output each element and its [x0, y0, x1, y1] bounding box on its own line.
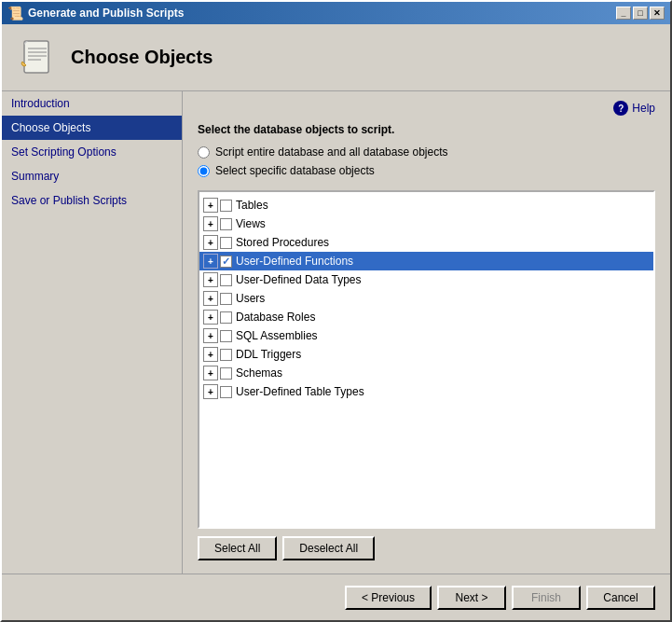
next-button[interactable]: Next >: [437, 586, 506, 610]
tree-expand-icon[interactable]: +: [203, 235, 218, 250]
tree-item[interactable]: +Schemas: [199, 364, 653, 382]
tree-checkbox[interactable]: [220, 330, 232, 342]
minimize-button[interactable]: _: [616, 7, 631, 20]
page-title: Choose Objects: [71, 47, 213, 68]
tree-item[interactable]: +✓User-Defined Functions: [199, 252, 653, 270]
main-layout: Introduction Choose Objects Set Scriptin…: [2, 91, 670, 620]
radio-entire-label: Script entire database and all database …: [215, 145, 448, 159]
tree-item-label: SQL Assemblies: [234, 329, 318, 342]
radio-entire[interactable]: [198, 146, 210, 159]
tree-expand-icon[interactable]: +: [203, 216, 218, 231]
sidebar-item-set-scripting-options[interactable]: Set Scripting Options: [2, 140, 182, 164]
tree-expand-icon[interactable]: +: [203, 310, 218, 325]
tree-checkbox[interactable]: [220, 200, 232, 212]
help-link[interactable]: ? Help: [198, 101, 655, 116]
tree-checkbox[interactable]: [220, 367, 232, 380]
tree-item[interactable]: +User-Defined Table Types: [199, 382, 653, 401]
tree-item-label: Schemas: [234, 366, 282, 380]
tree-item-label: Tables: [234, 199, 268, 212]
finish-button[interactable]: Finish: [512, 586, 581, 610]
help-icon: ?: [613, 101, 628, 116]
tree-item[interactable]: +Users: [199, 289, 653, 308]
header-area: Choose Objects: [2, 24, 670, 91]
tree-item[interactable]: +Stored Procedures: [199, 233, 653, 252]
tree-expand-icon[interactable]: +: [203, 347, 218, 362]
close-button[interactable]: ✕: [650, 7, 665, 20]
sidebar-item-choose-objects[interactable]: Choose Objects: [2, 116, 182, 140]
window: 📜 Generate and Publish Scripts _ □ ✕ Cho…: [0, 0, 672, 622]
tree-item[interactable]: +Tables: [199, 196, 653, 214]
tree-checkbox[interactable]: [220, 349, 232, 361]
select-all-button[interactable]: Select All: [198, 536, 277, 560]
radio-specific[interactable]: [198, 165, 210, 177]
tree-item-label: User-Defined Functions: [234, 255, 353, 268]
tree-checkbox[interactable]: [220, 293, 232, 305]
deselect-all-button[interactable]: Deselect All: [282, 536, 375, 560]
maximize-button[interactable]: □: [633, 7, 648, 20]
tree-checkbox[interactable]: [220, 274, 232, 286]
tree-expand-icon[interactable]: +: [203, 384, 218, 399]
tree-expand-icon[interactable]: +: [203, 198, 218, 213]
radio-entire-row: Script entire database and all database …: [198, 145, 655, 159]
tree-checkbox[interactable]: [220, 311, 232, 324]
title-bar: 📜 Generate and Publish Scripts _ □ ✕: [2, 2, 670, 24]
tree-checkbox[interactable]: [220, 237, 232, 249]
help-label: Help: [632, 102, 655, 115]
tree-item-label: Users: [234, 292, 265, 305]
window-title: Generate and Publish Scripts: [28, 7, 184, 20]
title-bar-left: 📜 Generate and Publish Scripts: [7, 6, 184, 21]
window-icon: 📜: [7, 6, 22, 21]
tree-checkbox[interactable]: [220, 386, 232, 398]
sidebar-item-summary[interactable]: Summary: [2, 164, 182, 188]
svg-rect-0: [24, 41, 48, 73]
tree-item-label: Views: [234, 217, 266, 230]
footer: < Previous Next > Finish Cancel: [2, 574, 670, 620]
instruction-text: Select the database objects to script.: [198, 123, 655, 136]
select-buttons: Select All Deselect All: [198, 536, 655, 560]
radio-specific-label: Select specific database objects: [215, 164, 375, 177]
tree-item[interactable]: +SQL Assemblies: [199, 326, 653, 345]
tree-item[interactable]: +User-Defined Data Types: [199, 270, 653, 289]
sidebar-item-save-or-publish[interactable]: Save or Publish Scripts: [2, 188, 182, 213]
tree-item-label: Stored Procedures: [234, 236, 329, 249]
tree-expand-icon[interactable]: +: [203, 254, 218, 269]
tree-container[interactable]: +Tables+Views+Stored Procedures+✓User-De…: [198, 190, 655, 529]
tree-item-label: Database Roles: [234, 311, 315, 324]
previous-button[interactable]: < Previous: [345, 586, 432, 610]
tree-expand-icon[interactable]: +: [203, 366, 218, 380]
tree-expand-icon[interactable]: +: [203, 328, 218, 343]
radio-specific-row: Select specific database objects: [198, 164, 655, 177]
sidebar: Introduction Choose Objects Set Scriptin…: [2, 91, 183, 574]
top-section: Introduction Choose Objects Set Scriptin…: [2, 91, 670, 574]
right-content: ? Help Select the database objects to sc…: [183, 91, 670, 574]
tree-item[interactable]: +Views: [199, 214, 653, 233]
tree-item-label: User-Defined Data Types: [234, 273, 362, 286]
tree-checkbox[interactable]: [220, 218, 232, 230]
tree-item[interactable]: +DDL Triggers: [199, 345, 653, 364]
tree-expand-icon[interactable]: +: [203, 291, 218, 306]
cancel-button[interactable]: Cancel: [586, 586, 655, 610]
tree-item[interactable]: +Database Roles: [199, 308, 653, 326]
title-buttons: _ □ ✕: [616, 7, 665, 20]
tree-checkbox[interactable]: ✓: [220, 256, 232, 268]
tree-item-label: User-Defined Table Types: [234, 385, 364, 398]
sidebar-item-introduction[interactable]: Introduction: [2, 91, 182, 116]
header-icon: [17, 37, 58, 78]
tree-item-label: DDL Triggers: [234, 348, 301, 361]
tree-expand-icon[interactable]: +: [203, 272, 218, 287]
radio-group: Script entire database and all database …: [198, 145, 655, 183]
